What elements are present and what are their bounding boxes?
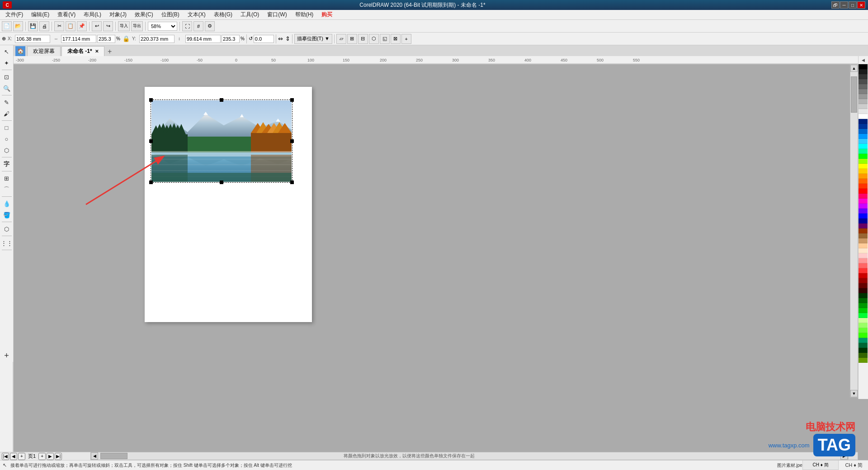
zoom-select[interactable]: 58% 100% 50% [148, 22, 177, 31]
palette-swatch[interactable] [859, 348, 868, 353]
last-page-btn[interactable]: ▶| [55, 453, 62, 460]
palette-swatch[interactable] [859, 134, 868, 139]
right-scrollbar[interactable]: ▲ ▼ [850, 64, 858, 398]
palette-swatch[interactable] [859, 243, 868, 248]
palette-swatch[interactable] [859, 303, 868, 308]
table-tool[interactable]: ⊞ [1, 173, 12, 184]
palette-swatch[interactable] [859, 238, 868, 243]
tab-close-btn[interactable]: ✕ [95, 49, 99, 54]
palette-swatch[interactable] [859, 323, 868, 328]
scroll-left-btn[interactable]: ◀ [91, 452, 98, 460]
palette-swatch[interactable] [859, 74, 868, 79]
palette-swatch[interactable] [859, 79, 868, 84]
polygon-tool[interactable]: ⬡ [1, 145, 12, 156]
align-h-btn[interactable]: ⊞ [347, 34, 357, 44]
palette-swatch[interactable] [859, 358, 868, 363]
tab-home-icon[interactable]: 🏠 [15, 46, 25, 56]
menu-text[interactable]: 文本(X) [184, 10, 209, 19]
shape-tool[interactable]: ✦ [1, 57, 12, 68]
tab-add-btn[interactable]: + [105, 47, 114, 56]
menu-object[interactable]: 对象(J) [106, 10, 130, 19]
palette-swatch[interactable] [859, 209, 868, 214]
freehand-tool[interactable]: ✎ [1, 97, 12, 108]
close-btn[interactable]: ✕ [857, 1, 865, 9]
palette-swatch[interactable] [859, 278, 868, 283]
spiral-tool[interactable]: ⌒ [1, 184, 12, 195]
text-tool[interactable]: 字 [1, 159, 12, 170]
status-info-box[interactable]: CH ♦ 简 [802, 460, 839, 470]
palette-swatch[interactable] [859, 333, 868, 338]
transform-btn[interactable]: ▱ [336, 34, 346, 44]
scale-y-input[interactable] [222, 35, 240, 43]
redo-btn[interactable]: ↪ [103, 21, 113, 31]
palette-swatch[interactable] [859, 89, 868, 94]
palette-swatch[interactable] [859, 263, 868, 268]
mirror-v-btn[interactable]: ⇕ [285, 35, 290, 42]
first-page-btn[interactable]: |◀ [2, 453, 9, 460]
palette-swatch[interactable] [859, 353, 868, 358]
menu-file[interactable]: 文件(F) [2, 10, 27, 19]
palette-swatch[interactable] [859, 218, 868, 223]
palette-swatch[interactable] [859, 139, 868, 144]
print-btn[interactable]: 🖨 [39, 21, 49, 31]
export-btn[interactable]: 导出 [131, 21, 143, 31]
width-input[interactable] [61, 35, 96, 43]
palette-swatch[interactable] [859, 99, 868, 104]
crop-btn[interactable]: ⬡ [369, 34, 379, 44]
palette-swatch[interactable] [859, 228, 868, 233]
palette-swatch[interactable] [859, 64, 868, 69]
palette-swatch[interactable] [859, 184, 868, 189]
palette-swatch[interactable] [859, 343, 868, 348]
palette-swatch[interactable] [859, 144, 868, 149]
palette-swatch[interactable] [859, 114, 868, 119]
trace-bitmap-btn[interactable]: 描摹位图(T) ▼ [294, 34, 332, 44]
copy-btn[interactable]: 📋 [66, 21, 75, 31]
add-page-before-btn[interactable]: + [18, 453, 25, 460]
menu-bitmap[interactable]: 位图(B) [158, 10, 183, 19]
palette-swatch[interactable] [859, 194, 868, 199]
menu-edit[interactable]: 编辑(E) [28, 10, 53, 19]
palette-swatch[interactable] [859, 174, 868, 179]
menu-effect[interactable]: 效果(C) [131, 10, 157, 19]
menu-view[interactable]: 查看(V) [54, 10, 79, 19]
expand-icon[interactable]: ◀ [862, 58, 865, 62]
next-page-btn[interactable]: ▶ [47, 453, 54, 460]
options-btn[interactable]: ⚙ [205, 21, 215, 31]
palette-swatch[interactable] [859, 94, 868, 99]
arrange-btn[interactable]: ◱ [380, 34, 390, 44]
fill-tool[interactable]: 🪣 [1, 209, 12, 220]
palette-swatch[interactable] [859, 328, 868, 333]
palette-swatch[interactable] [859, 154, 868, 159]
tab-welcome[interactable]: 欢迎屏幕 [27, 46, 61, 56]
undo-btn[interactable]: ↩ [92, 21, 102, 31]
add-page-after-btn[interactable]: + [38, 453, 46, 460]
palette-swatch[interactable] [859, 268, 868, 273]
align-v-btn[interactable]: ⊟ [358, 34, 368, 44]
paste-btn[interactable]: 📌 [77, 21, 87, 31]
mirror-h-btn[interactable]: ⇔ [278, 35, 283, 42]
rectangle-tool[interactable]: □ [1, 122, 12, 133]
cut-btn[interactable]: ✂ [54, 21, 64, 31]
palette-swatch[interactable] [859, 273, 868, 278]
palette-swatch[interactable] [859, 149, 868, 154]
palette-swatch[interactable] [859, 258, 868, 263]
palette-swatch[interactable] [859, 189, 868, 194]
scroll-down-btn[interactable]: ▼ [850, 390, 858, 397]
palette-swatch[interactable] [859, 318, 868, 323]
palette-swatch[interactable] [859, 233, 868, 238]
eyedropper-tool[interactable]: 💧 [1, 198, 12, 209]
ellipse-tool[interactable]: ○ [1, 133, 12, 144]
palette-swatch[interactable] [859, 288, 868, 293]
open-btn[interactable]: 📂 [13, 21, 23, 31]
palette-swatch[interactable] [859, 119, 868, 124]
palette-swatch[interactable] [859, 298, 868, 303]
rotate-input[interactable] [254, 35, 274, 43]
palette-swatch[interactable] [859, 204, 868, 209]
x-input[interactable] [15, 35, 50, 43]
crop-tool[interactable]: ⊡ [1, 71, 12, 82]
minimize-btn[interactable]: ─ [840, 1, 848, 9]
interactive-fill-tool[interactable]: ⬡ [1, 223, 12, 234]
scale-x-input[interactable] [97, 35, 115, 43]
menu-layout[interactable]: 布局(L) [80, 10, 105, 19]
palette-swatch[interactable] [859, 169, 868, 174]
